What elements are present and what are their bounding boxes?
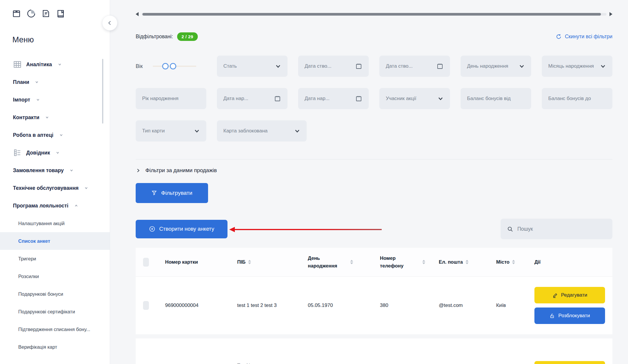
- age-range-slider[interactable]: [153, 63, 196, 69]
- birthday-day-select[interactable]: День народження: [461, 56, 531, 77]
- sidebar-scrollbar-thumb[interactable]: [102, 59, 103, 124]
- select-all-checkbox[interactable]: [143, 258, 149, 267]
- row-actions: Редагувати Розблокувати: [527, 287, 612, 324]
- slider-handle-min[interactable]: [162, 63, 169, 69]
- create-button-label: Створити нову анкету: [159, 226, 214, 232]
- pie-chart-icon[interactable]: [26, 9, 36, 18]
- sidebar-item-pharmacy-work[interactable]: Робота в аптеці: [0, 126, 110, 144]
- filtered-label: Відфільтровані:: [136, 34, 173, 40]
- unblock-button-label: Розблокувати: [558, 313, 590, 319]
- sidebar-item-analytics[interactable]: Аналітика: [0, 56, 110, 73]
- sidebar-shortcut-icons: [0, 0, 110, 18]
- cell-email: @test.com: [431, 302, 489, 309]
- promo-participant-label: Учасник акції: [386, 95, 438, 102]
- scroll-right-arrow[interactable]: [609, 12, 612, 16]
- sidebar-subitem-promo-settings[interactable]: Налаштування акцій: [0, 215, 110, 232]
- filter-button-label: Фільтрувати: [161, 190, 192, 196]
- gender-select-label: Стать: [223, 63, 275, 69]
- header-label: Ел. пошта: [439, 258, 463, 266]
- sidebar-item-plans[interactable]: Плани: [0, 73, 110, 91]
- row-checkbox[interactable]: [143, 301, 149, 310]
- sort-icon[interactable]: [248, 260, 251, 264]
- nav-label: Замовлення товару: [13, 167, 64, 174]
- sidebar-item-loyalty-program[interactable]: Програма лояльності: [0, 197, 110, 215]
- sidebar-subitem-gift-certificates[interactable]: Подарункові сертифікати: [0, 303, 110, 320]
- arrow-head: [229, 227, 235, 232]
- sidebar-item-maintenance[interactable]: Технічне обслуговування: [0, 179, 110, 197]
- annotation-arrow: [229, 227, 382, 232]
- filter-button[interactable]: Фільтрувати: [136, 183, 208, 203]
- sidebar-collapse-button[interactable]: [102, 15, 117, 31]
- section-divider: [136, 159, 612, 159]
- filters-row-3: Тип карти Карта заблокована: [136, 120, 612, 142]
- chevron-down-icon: [275, 63, 281, 69]
- sales-filters-toggle[interactable]: Фільтри за даними продажів: [136, 167, 612, 174]
- create-questionnaire-button[interactable]: Створити нову анкету: [136, 220, 227, 238]
- sort-icon[interactable]: [350, 260, 353, 264]
- scroll-left-arrow[interactable]: [136, 12, 139, 16]
- promo-participant-select[interactable]: Учасник акції: [379, 88, 450, 109]
- nav-label: Довідник: [26, 150, 50, 156]
- column-header-name[interactable]: ПІБ: [230, 258, 300, 266]
- bonus-balance-to-input[interactable]: Баланс бонусів до: [542, 88, 612, 109]
- search-input[interactable]: [517, 226, 606, 232]
- pencil-icon: [552, 292, 558, 298]
- sidebar-subitem-questionnaire-list[interactable]: Список анкет: [0, 232, 110, 250]
- bonus-balance-to-label: Баланс бонусів до: [548, 95, 606, 102]
- scrollbar-track[interactable]: [142, 13, 607, 16]
- gender-select[interactable]: Стать: [217, 56, 288, 77]
- chevron-down-icon: [35, 80, 39, 84]
- cell-full-name: test 1 test 2 test 3: [230, 302, 300, 309]
- chevron-down-icon: [69, 168, 74, 172]
- cell-phone: 380: [373, 302, 431, 309]
- sidebar-nav: Аналітика Плани Імпорт Контракти: [0, 56, 110, 356]
- search-box[interactable]: [501, 219, 612, 239]
- grid-table-icon: [13, 60, 22, 69]
- book-icon[interactable]: [56, 9, 65, 18]
- bonus-balance-from-input[interactable]: Баланс бонусів від: [461, 88, 531, 109]
- created-date-to-input[interactable]: Дата ство...: [379, 56, 450, 77]
- sidebar-subitem-triggers[interactable]: Тригери: [0, 250, 110, 267]
- created-date-from-input[interactable]: Дата ство...: [298, 56, 369, 77]
- sidebar-item-contracts[interactable]: Контракти: [0, 109, 110, 126]
- edit-button[interactable]: Редагувати: [534, 287, 605, 303]
- table-header-row: Номер картки ПІБ День народження Номер т…: [136, 248, 612, 277]
- cell-city: Київ: [489, 302, 527, 309]
- card-blocked-select[interactable]: Карта заблокована: [217, 120, 307, 142]
- sidebar-subitem-gift-bonuses[interactable]: Подарункові бонуси: [0, 285, 110, 303]
- column-header-card-number[interactable]: Номер картки: [158, 258, 230, 266]
- edit-button[interactable]: Редагувати: [534, 361, 605, 364]
- birth-year-input[interactable]: Рік народження: [136, 88, 206, 109]
- reset-link-label: Скинути всі фільтри: [565, 34, 612, 40]
- sidebar: Меню Аналітика Плани Імпорт: [0, 0, 110, 364]
- chevron-down-icon: [438, 96, 443, 102]
- sort-icon[interactable]: [422, 260, 425, 264]
- filter-status-row: Відфільтровані: 2 / 29 Скинути всі фільт…: [136, 32, 612, 41]
- search-icon: [507, 226, 513, 232]
- sidebar-item-import[interactable]: Імпорт: [0, 91, 110, 109]
- column-header-email[interactable]: Ел. пошта: [431, 258, 489, 266]
- unblock-button[interactable]: Розблокувати: [534, 308, 605, 324]
- sidebar-subitem-card-verification[interactable]: Верифікація карт: [0, 338, 110, 356]
- slider-handle-max[interactable]: [170, 63, 176, 69]
- birth-date-from-input[interactable]: Дата нар...: [217, 88, 288, 109]
- column-header-birth-date[interactable]: День народження: [300, 255, 373, 270]
- card-type-select[interactable]: Тип карти: [136, 120, 206, 142]
- birthday-month-select[interactable]: Місяць народження: [542, 56, 612, 77]
- document-icon[interactable]: [41, 9, 51, 18]
- birth-date-to-input[interactable]: Дата нар...: [298, 88, 369, 109]
- reset-all-filters-link[interactable]: Скинути всі фільтри: [556, 34, 612, 40]
- sidebar-item-directory[interactable]: Довідник: [0, 144, 110, 162]
- sidebar-subitem-mailings[interactable]: Розсилки: [0, 267, 110, 285]
- sidebar-subitem-bonus-writeoff-confirm[interactable]: Підтвердження списання бону...: [0, 320, 110, 338]
- cell-full-name: TestName TestSurname: [230, 362, 277, 364]
- scrollbar-thumb[interactable]: [142, 13, 601, 16]
- column-header-city[interactable]: Місто: [489, 258, 527, 266]
- column-header-phone[interactable]: Номер телефону: [373, 255, 431, 270]
- chevron-down-icon: [59, 133, 63, 137]
- birth-date-to-label: Дата нар...: [305, 95, 355, 102]
- sort-icon[interactable]: [466, 260, 468, 264]
- sidebar-item-goods-order[interactable]: Замовлення товару: [0, 162, 110, 179]
- sort-icon[interactable]: [512, 260, 515, 264]
- archive-box-icon[interactable]: [12, 9, 21, 18]
